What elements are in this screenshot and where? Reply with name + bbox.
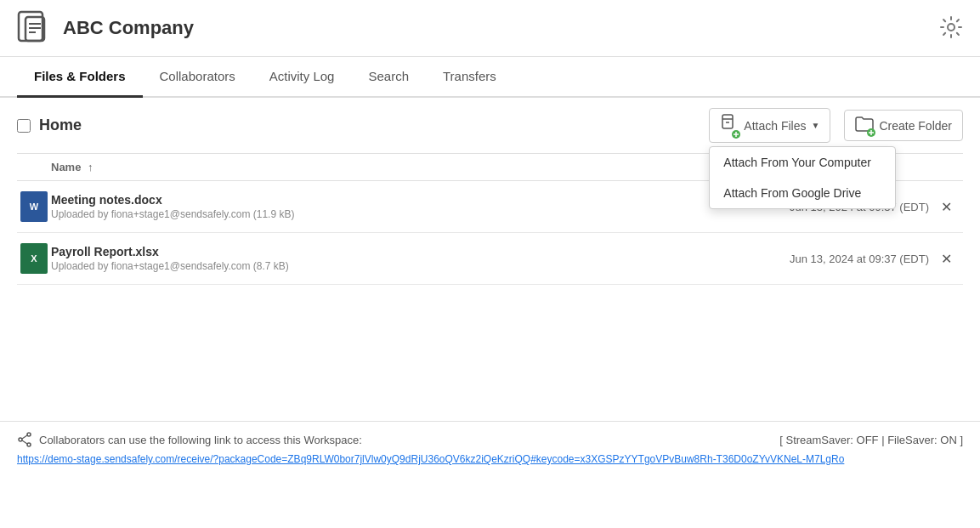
attach-from-drive[interactable]: Attach From Google Drive: [710, 178, 895, 208]
file-name[interactable]: Meeting notes.docx: [51, 193, 725, 207]
svg-point-12: [27, 443, 31, 446]
svg-line-14: [22, 435, 27, 439]
file-name[interactable]: Payroll Report.xlsx: [51, 245, 725, 258]
tabs-bar: Files & Folders Collaborators Activity L…: [0, 57, 980, 98]
word-icon: W: [20, 191, 48, 222]
footer: Collaborators can use the following link…: [0, 421, 980, 475]
home-checkbox[interactable]: [17, 119, 31, 133]
tab-transfers[interactable]: Transfers: [426, 57, 513, 98]
home-label: Home: [39, 116, 82, 134]
stream-saver-status: [ StreamSaver: OFF | FileSaver: ON ]: [779, 434, 963, 446]
empty-area: [17, 285, 963, 404]
folder-icon-wrap: [855, 116, 874, 135]
gear-icon[interactable]: [939, 15, 963, 42]
svg-point-5: [948, 24, 955, 31]
toolbar: Home: [17, 98, 963, 154]
file-delete-button[interactable]: ✕: [929, 251, 963, 267]
logo-icon: [17, 10, 53, 46]
header-left: ABC Company: [17, 10, 194, 46]
file-info: Meeting notes.docx Uploaded by fiona+sta…: [51, 193, 725, 220]
table-row: X Payroll Report.xlsx Uploaded by fiona+…: [17, 233, 963, 285]
file-meta: Uploaded by fiona+stage1@sendsafely.com …: [51, 208, 725, 220]
attach-from-computer[interactable]: Attach From Your Computer: [710, 147, 895, 178]
file-delete-button[interactable]: ✕: [929, 199, 963, 215]
share-icon: [17, 432, 32, 447]
attach-dropdown-arrow: ▼: [812, 121, 820, 130]
toolbar-left: Home: [17, 116, 82, 134]
file-date: Jun 13, 2024 at 09:37 (EDT): [725, 253, 929, 265]
folder-badge: [867, 128, 875, 137]
file-info: Payroll Report.xlsx Uploaded by fiona+st…: [51, 245, 725, 272]
sort-arrow: ↑: [88, 161, 93, 173]
attach-files-container: Attach Files ▼ Attach From Your Computer…: [709, 108, 830, 143]
svg-point-11: [27, 433, 31, 436]
create-folder-button[interactable]: Create Folder: [844, 110, 963, 141]
svg-line-15: [22, 440, 27, 444]
toolbar-right: Attach Files ▼ Attach From Your Computer…: [709, 108, 963, 143]
attach-badge: [732, 130, 740, 139]
attach-icon-wrap: [720, 114, 739, 137]
attach-files-button[interactable]: Attach Files ▼: [709, 108, 830, 143]
footer-top: Collaborators can use the following link…: [17, 432, 963, 447]
attach-dropdown-menu: Attach From Your Computer Attach From Go…: [709, 146, 896, 209]
svg-point-13: [19, 438, 22, 441]
tab-collaborators[interactable]: Collaborators: [143, 57, 252, 98]
main-content: Home: [0, 98, 980, 421]
tab-files-folders[interactable]: Files & Folders: [17, 57, 143, 98]
footer-collab: Collaborators can use the following link…: [17, 432, 362, 447]
attach-files-label: Attach Files: [744, 119, 806, 133]
tab-search[interactable]: Search: [351, 57, 426, 98]
file-meta: Uploaded by fiona+stage1@sendsafely.com …: [51, 260, 725, 272]
file-icon-wrap: X: [17, 243, 51, 274]
excel-icon: X: [20, 243, 48, 274]
header: ABC Company: [0, 0, 980, 57]
company-name: ABC Company: [63, 17, 194, 39]
create-folder-label: Create Folder: [879, 119, 952, 133]
tab-activity-log[interactable]: Activity Log: [252, 57, 352, 98]
collab-text: Collaborators can use the following link…: [39, 434, 362, 446]
svg-rect-6: [722, 115, 733, 128]
workspace-link[interactable]: https://demo-stage.sendsafely.com/receiv…: [17, 453, 844, 465]
file-icon-wrap: W: [17, 191, 51, 222]
